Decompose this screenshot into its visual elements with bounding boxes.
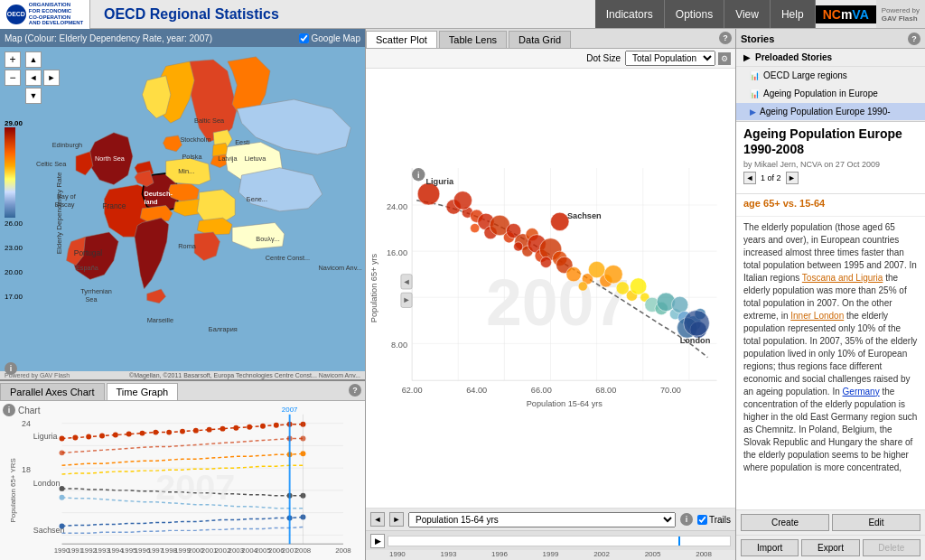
x-axis-select[interactable]: Population 15-64 yrs: [408, 512, 676, 527]
org-logo: OECD ORGANISATIONFOR ECONOMICCO-OPERATIO…: [0, 0, 90, 29]
tab-time-graph[interactable]: Time Graph: [107, 383, 179, 400]
year-2002: 2002: [593, 550, 610, 558]
next-page-btn[interactable]: ►: [786, 172, 799, 184]
zoom-out-btn[interactable]: −: [5, 70, 21, 86]
svg-text:Liguria: Liguria: [33, 432, 58, 441]
dot-size-select[interactable]: Total Population: [625, 51, 715, 66]
story-actions-row1: Create Edit: [736, 509, 925, 535]
svg-text:◄: ◄: [402, 277, 410, 286]
main-content: Map (Colour: Elderly Dependency Rate, ye…: [0, 29, 925, 560]
svg-text:24: 24: [22, 419, 31, 428]
link-toscana[interactable]: Toscana and Liguria: [802, 273, 883, 283]
chart-area: Parallel Axes Chart Time Graph ? i Chart…: [0, 379, 365, 560]
story-actions-row2: Import Export Delete: [736, 535, 925, 560]
svg-point-70: [207, 427, 212, 433]
svg-text:Беле...: Беле...: [247, 195, 267, 203]
tab-scatter-plot[interactable]: Scatter Plot: [366, 31, 437, 48]
svg-text:16.00: 16.00: [387, 248, 407, 257]
link-inner-london[interactable]: Inner London: [790, 311, 844, 321]
import-button[interactable]: Import: [741, 539, 799, 556]
map-checkbox[interactable]: Google Map: [299, 33, 360, 43]
expand-icon[interactable]: ▶: [743, 52, 751, 62]
tab-data-grid[interactable]: Data Grid: [509, 31, 571, 48]
map-info-icon[interactable]: i: [5, 362, 17, 375]
timeline-track[interactable]: [388, 536, 731, 546]
center-panel: Scatter Plot Table Lens Data Grid ? Dot …: [366, 29, 736, 560]
svg-point-148: [604, 265, 622, 283]
svg-point-72: [233, 425, 238, 431]
svg-text:España: España: [76, 264, 99, 272]
svg-text:64.00: 64.00: [466, 386, 487, 395]
chart-info-icon[interactable]: i: [3, 404, 15, 416]
svg-text:land: land: [145, 198, 158, 206]
axis-info-icon[interactable]: i: [680, 513, 693, 526]
year-2005: 2005: [645, 550, 661, 558]
org-logo-text: OECD ORGANISATIONFOR ECONOMICCO-OPERATIO…: [6, 2, 83, 25]
map-header: Map (Colour: Elderly Dependency Rate, ye…: [0, 29, 365, 47]
story-item-oecd-large[interactable]: 📊 OECD Large regions: [736, 67, 925, 85]
svg-point-151: [630, 278, 646, 294]
stories-title: Stories: [741, 33, 774, 44]
svg-text:Latvija: Latvija: [218, 154, 238, 163]
chart-help-icon[interactable]: ?: [349, 384, 361, 397]
svg-text:Edinburgh: Edinburgh: [52, 141, 82, 149]
story-item-ageing-europe[interactable]: 📊 Ageing Population in Europe: [736, 85, 925, 103]
svg-point-137: [540, 257, 551, 267]
map-container[interactable]: + − ▲ ◄ ► ▼ 29.00 26.00: [0, 47, 365, 379]
svg-point-121: [453, 191, 472, 210]
pan-down-btn[interactable]: ▼: [25, 88, 42, 104]
export-button[interactable]: Export: [801, 539, 859, 556]
tab-parallel-axes[interactable]: Parallel Axes Chart: [0, 383, 105, 400]
bottom-tabs: Parallel Axes Chart Time Graph ?: [0, 381, 365, 401]
pan-left-btn[interactable]: ◄: [25, 70, 42, 86]
play-button[interactable]: ▶: [370, 534, 385, 548]
pan-up-btn[interactable]: ▲: [25, 51, 42, 68]
svg-point-66: [153, 430, 158, 435]
svg-text:Polska: Polska: [182, 153, 202, 161]
app-title: OECD Regional Statistics: [90, 6, 595, 23]
svg-text:Min...: Min...: [178, 167, 194, 175]
svg-point-59: [60, 436, 65, 442]
svg-text:North Sea: North Sea: [95, 154, 126, 163]
svg-text:London: London: [33, 479, 61, 488]
svg-point-87: [60, 523, 65, 528]
edit-button[interactable]: Edit: [832, 514, 920, 531]
svg-text:Sachsen: Sachsen: [567, 211, 602, 220]
prev-page-btn[interactable]: ◄: [743, 172, 756, 184]
trails-checkbox[interactable]: [697, 515, 707, 525]
svg-point-65: [140, 431, 145, 436]
svg-point-62: [99, 434, 105, 439]
scatter-nav-right[interactable]: ►: [389, 512, 404, 527]
map-copyright: ©Magellan, ©2011 Basarsoft, Europa Techn…: [129, 372, 360, 378]
create-button[interactable]: Create: [741, 514, 829, 531]
year-1993: 1993: [441, 550, 457, 558]
story-item-ageing-europe-1990[interactable]: ▶ Ageing Population Europe 1990-: [736, 103, 925, 121]
svg-point-124: [471, 223, 480, 232]
delete-button[interactable]: Delete: [863, 539, 920, 556]
chart-label: Chart: [18, 406, 40, 415]
menu-view[interactable]: View: [724, 0, 771, 28]
menu-help[interactable]: Help: [771, 0, 816, 28]
scatter-nav-left[interactable]: ◄: [370, 512, 385, 527]
svg-text:France: France: [102, 201, 126, 210]
zoom-in-btn[interactable]: +: [5, 51, 21, 68]
scatter-plot-area[interactable]: 24.00 16.00 8.00 62.00 64.00 66.00 68.00…: [366, 69, 735, 508]
svg-point-64: [126, 432, 132, 437]
dot-size-label: Dot Size: [586, 53, 621, 63]
google-map-checkbox[interactable]: [299, 33, 309, 43]
svg-point-141: [551, 212, 569, 230]
year-1990: 1990: [389, 550, 406, 558]
svg-text:Βουλγ...: Βουλγ...: [256, 235, 279, 243]
svg-text:Baltic Sea: Baltic Sea: [194, 117, 225, 125]
scatter-settings-icon[interactable]: ⚙: [718, 52, 731, 65]
svg-text:Population 65+ YRS: Population 65+ YRS: [9, 458, 17, 522]
tab-table-lens[interactable]: Table Lens: [439, 31, 507, 48]
svg-point-69: [193, 428, 199, 434]
svg-text:Centre Const...: Centre Const...: [266, 254, 310, 262]
link-germany[interactable]: Germany: [843, 387, 880, 397]
menu-indicators[interactable]: Indicators: [595, 0, 665, 28]
pan-right-btn[interactable]: ►: [43, 70, 60, 86]
menu-options[interactable]: Options: [665, 0, 724, 28]
stories-help-icon[interactable]: ?: [908, 33, 920, 45]
scatter-help-icon[interactable]: ?: [719, 32, 732, 44]
